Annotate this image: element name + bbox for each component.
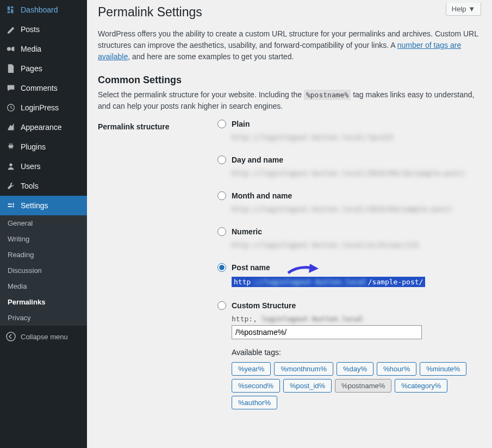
option-month-name: Month and name http://loginlogout-button…: [217, 191, 481, 213]
radio-post-name[interactable]: [217, 263, 226, 272]
submenu-permalinks[interactable]: Permalinks: [0, 294, 87, 310]
submenu-discussion[interactable]: Discussion: [0, 263, 87, 278]
sidebar-item-pages[interactable]: Pages: [0, 59, 87, 78]
sidebar-item-label: LoginPress: [21, 103, 59, 112]
settings-submenu: General Writing Reading Discussion Media…: [0, 215, 87, 326]
sidebar-item-label: Appearance: [21, 123, 62, 132]
tag-minute[interactable]: %minute%: [420, 362, 466, 376]
settings-icon: [5, 200, 16, 211]
svg-point-3: [7, 332, 15, 341]
example-url-day-name: http://loginlogout-button.local/2024/04/…: [232, 169, 481, 177]
tag-second[interactable]: %second%: [232, 379, 280, 393]
sidebar-item-label: Posts: [21, 25, 40, 34]
sidebar-item-label: Settings: [21, 201, 48, 210]
submenu-media[interactable]: Media: [0, 278, 87, 294]
custom-structure-input[interactable]: [232, 325, 422, 339]
option-custom: Custom Structure http:, loginlogout-butt…: [217, 301, 481, 409]
common-settings-heading: Common Settings: [98, 65, 481, 89]
radio-plain[interactable]: [217, 120, 226, 128]
example-url-post-name: http://loginlogout-button.local/sample-p…: [232, 277, 425, 287]
option-day-name: Day and name http://loginlogout-button.l…: [217, 155, 481, 177]
intro-suffix: , and here are some examples to get you …: [128, 52, 294, 61]
label-month-name[interactable]: Month and name: [232, 191, 292, 200]
radio-day-name[interactable]: [217, 155, 226, 164]
appearance-icon: [5, 122, 16, 133]
sidebar-item-settings[interactable]: Settings: [0, 196, 87, 215]
postname-code: %postname%: [304, 90, 351, 100]
submenu-reading[interactable]: Reading: [0, 247, 87, 263]
svg-point-0: [7, 47, 11, 51]
users-icon: [5, 161, 16, 172]
option-numeric: Numeric http://loginlogout-button.local/…: [217, 227, 481, 249]
submenu-privacy[interactable]: Privacy: [0, 310, 87, 326]
desc-prefix: Select the permalink structure for your …: [98, 90, 304, 99]
selected-url-prefix: http: [234, 278, 251, 286]
option-plain: Plain http://loginlogout-button.local/?p…: [217, 120, 481, 141]
collapse-label: Collapse menu: [21, 333, 68, 341]
main-content: Help ▼ Permalink Settings WordPress offe…: [87, 0, 492, 448]
tag-author[interactable]: %author%: [232, 396, 277, 409]
sidebar-item-label: Users: [21, 162, 41, 171]
help-button[interactable]: Help ▼: [446, 3, 481, 16]
selected-url-host: ://loginlogout-button.local: [251, 278, 368, 286]
label-custom[interactable]: Custom Structure: [232, 301, 296, 310]
sidebar-item-dashboard[interactable]: Dashboard: [0, 0, 87, 20]
tag-hour[interactable]: %hour%: [377, 362, 416, 376]
dashboard-icon: [5, 4, 16, 15]
example-url-numeric: http://loginlogout-button.local/archives…: [232, 241, 481, 249]
tag-postname[interactable]: %postname%: [335, 379, 391, 393]
submenu-writing[interactable]: Writing: [0, 231, 87, 247]
available-tags-label: Available tags:: [232, 348, 481, 357]
radio-month-name[interactable]: [217, 191, 226, 200]
permalink-options: Plain http://loginlogout-button.local/?p…: [217, 120, 481, 424]
loginpress-icon: [5, 102, 16, 113]
sidebar-item-tools[interactable]: Tools: [0, 176, 87, 196]
selected-url-suffix: /sample-post/: [368, 278, 424, 286]
plugins-icon: [5, 141, 16, 152]
pages-icon: [5, 63, 16, 74]
example-url-month-name: http://loginlogout-button.local/2024/04/…: [232, 205, 481, 213]
page-title: Permalink Settings: [98, 0, 481, 28]
sidebar-item-plugins[interactable]: Plugins: [0, 137, 87, 157]
tools-icon: [5, 181, 16, 191]
radio-custom[interactable]: [217, 301, 226, 310]
example-url-plain: http://loginlogout-button.local/?p=123: [232, 133, 481, 141]
sidebar-item-loginpress[interactable]: LoginPress: [0, 98, 87, 117]
comments-icon: [5, 83, 16, 94]
sidebar-item-label: Dashboard: [21, 5, 58, 14]
option-post-name: Post name http://loginlogout-button.loca…: [217, 263, 481, 287]
intro-paragraph: WordPress offers you the ability to crea…: [98, 28, 481, 63]
media-icon: [5, 43, 16, 54]
custom-url-prefix: http:, loginlogout-button.local: [232, 315, 364, 323]
sidebar-item-comments[interactable]: Comments: [0, 78, 87, 98]
sidebar-item-posts[interactable]: Posts: [0, 20, 87, 39]
sidebar-item-label: Pages: [21, 64, 42, 73]
submenu-general[interactable]: General: [0, 215, 87, 231]
arrow-annotation: [287, 261, 320, 277]
tag-day[interactable]: %day%: [337, 362, 373, 376]
sidebar-item-label: Comments: [21, 84, 58, 92]
label-plain[interactable]: Plain: [232, 120, 250, 128]
posts-icon: [5, 24, 16, 35]
custom-prefix-blurred: loginlogout-button.local: [257, 315, 364, 323]
label-numeric[interactable]: Numeric: [232, 227, 262, 236]
available-tags: %year% %monthnum% %day% %hour% %minute% …: [232, 362, 481, 409]
tag-year[interactable]: %year%: [232, 362, 271, 376]
sidebar-item-label: Media: [21, 45, 41, 53]
collapse-menu-button[interactable]: Collapse menu: [0, 326, 87, 347]
admin-sidebar: Dashboard Posts Media Pages Comments Log…: [0, 0, 87, 448]
tag-post-id[interactable]: %post_id%: [283, 379, 332, 393]
collapse-icon: [5, 331, 16, 342]
sidebar-item-label: Tools: [21, 182, 39, 190]
tag-category[interactable]: %category%: [395, 379, 447, 393]
sidebar-item-appearance[interactable]: Appearance: [0, 117, 87, 137]
tag-monthnum[interactable]: %monthnum%: [274, 362, 333, 376]
label-post-name[interactable]: Post name: [232, 263, 270, 272]
radio-numeric[interactable]: [217, 227, 226, 236]
sidebar-item-users[interactable]: Users: [0, 157, 87, 176]
common-settings-desc: Select the permalink structure for your …: [98, 89, 481, 112]
label-day-name[interactable]: Day and name: [232, 155, 283, 164]
sidebar-item-label: Plugins: [21, 142, 46, 151]
svg-point-2: [9, 164, 12, 166]
sidebar-item-media[interactable]: Media: [0, 39, 87, 59]
